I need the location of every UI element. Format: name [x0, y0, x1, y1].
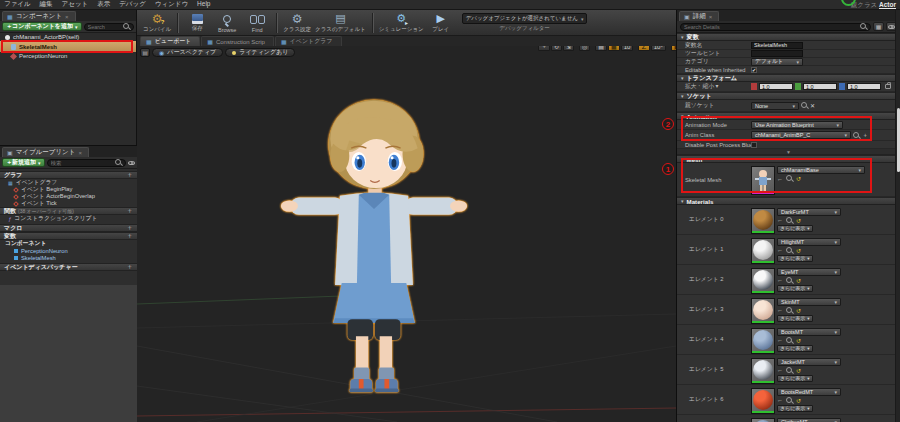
anim-class-dropdown[interactable]: chManami_AnimBP_C: [751, 131, 851, 139]
use-selected-icon[interactable]: ←: [777, 337, 783, 343]
skeletal-mesh-thumbnail[interactable]: [751, 166, 775, 195]
material-dropdown[interactable]: DarkFurMT: [777, 208, 841, 216]
reset-icon[interactable]: ↺: [796, 247, 801, 254]
editor-tab[interactable]: ▦ イベントグラフ: [275, 36, 342, 46]
clear-socket-icon[interactable]: ✕: [810, 102, 815, 109]
editor-tab[interactable]: ▦ ビューポート: [140, 36, 200, 46]
toolbar-button[interactable]: クラス設定: [283, 11, 311, 35]
material-thumbnail[interactable]: [751, 328, 775, 354]
material-more-button[interactable]: さらに表示: [777, 255, 813, 262]
dispatcher-section-header[interactable]: イベントディスパッチャー＋: [0, 263, 137, 271]
material-thumbnail[interactable]: [751, 418, 775, 422]
toolbar-button[interactable]: Browse: [214, 11, 240, 35]
scale-tool-button[interactable]: ⇲: [563, 46, 574, 51]
add-anim-icon[interactable]: ＋: [862, 131, 868, 140]
menu-item[interactable]: ウィンドウ: [155, 0, 188, 9]
debug-object-dropdown[interactable]: デバッグオブジェクトが選択されていません: [462, 13, 588, 24]
use-selected-icon[interactable]: ←: [777, 367, 783, 373]
use-selected-icon[interactable]: ←: [777, 247, 783, 253]
reset-icon[interactable]: ↺: [796, 277, 801, 284]
components-search[interactable]: [84, 23, 135, 31]
material-more-button[interactable]: さらに表示: [777, 375, 813, 382]
add-component-button[interactable]: ＋コンポーネントを追加: [2, 22, 82, 31]
move-tool-button[interactable]: ＋: [538, 46, 550, 51]
use-selected-icon[interactable]: ←: [777, 277, 783, 283]
material-more-button[interactable]: さらに表示: [777, 225, 813, 232]
material-thumbnail[interactable]: [751, 388, 775, 414]
material-more-button[interactable]: さらに表示: [777, 315, 813, 322]
my-blueprint-search-input[interactable]: [51, 160, 115, 166]
toolbar-button[interactable]: コンパイル: [143, 11, 171, 35]
surface-snap-button[interactable]: ▤: [595, 46, 607, 51]
reset-icon[interactable]: ↺: [796, 307, 801, 314]
world-local-toggle[interactable]: ◎: [579, 46, 590, 51]
browse-material-icon[interactable]: [786, 397, 793, 404]
add-new-button[interactable]: ＋新規追加: [2, 158, 45, 167]
perspective-button[interactable]: ◉ パースペクティブ: [152, 48, 223, 57]
rotation-snap-value[interactable]: 10°: [651, 46, 666, 51]
material-thumbnail[interactable]: [751, 238, 775, 264]
details-search-input[interactable]: [684, 24, 860, 30]
viewport-3d[interactable]: ▤ ◉ パースペクティブ ライティングあり ＋ ↻ ⇲ ◎ ▤ ▦ 10 ∠ 1…: [137, 46, 676, 422]
tooltip-input[interactable]: [751, 50, 803, 57]
details-search[interactable]: [680, 23, 871, 31]
browse-material-icon[interactable]: [786, 247, 793, 254]
menu-item[interactable]: 表示: [97, 0, 110, 9]
section-socket[interactable]: ソケット: [677, 92, 900, 100]
material-dropdown[interactable]: BootsMT: [777, 328, 841, 336]
viewport-options-button[interactable]: ▤: [140, 48, 150, 57]
search-socket-icon[interactable]: [801, 102, 808, 109]
editable-checkbox[interactable]: [751, 67, 757, 73]
material-dropdown[interactable]: EyeMT: [777, 268, 841, 276]
browse-material-icon[interactable]: [786, 217, 793, 224]
material-thumbnail[interactable]: [751, 298, 775, 324]
reset-icon[interactable]: ↺: [796, 337, 801, 344]
parent-socket-button[interactable]: None: [751, 102, 799, 110]
grid-snap-toggle[interactable]: ▦: [608, 46, 620, 51]
close-icon[interactable]: ×: [65, 14, 69, 20]
material-dropdown[interactable]: HilightMT: [777, 238, 841, 246]
component-variable-item[interactable]: SkeletalMesh: [0, 254, 137, 261]
components-search-input[interactable]: [88, 24, 124, 30]
menu-item[interactable]: 編集: [40, 0, 53, 9]
scale-z-field[interactable]: 1.0: [847, 83, 881, 90]
menu-item[interactable]: Help: [197, 0, 210, 9]
property-matrix-button[interactable]: ▦: [873, 22, 884, 31]
skeletal-mesh-dropdown[interactable]: chManamiBase: [777, 166, 865, 174]
grid-snap-value[interactable]: 10: [621, 46, 634, 51]
material-more-button[interactable]: さらに表示: [777, 345, 813, 352]
editor-tab[interactable]: ▦ Construction Scrip: [201, 36, 274, 46]
rotate-tool-button[interactable]: ↻: [551, 46, 562, 51]
toolbar-button[interactable]: Find: [244, 11, 270, 35]
browse-mesh-icon[interactable]: [786, 175, 793, 182]
section-animation[interactable]: Animation: [677, 112, 900, 120]
tab-components[interactable]: ▦ コンポーネント ×: [2, 11, 76, 21]
material-more-button[interactable]: さらに表示: [777, 405, 813, 412]
reset-icon[interactable]: ↺: [796, 397, 801, 404]
disable-postprocess-checkbox[interactable]: [751, 142, 757, 148]
variable-name-input[interactable]: [751, 42, 803, 49]
details-scrollbar[interactable]: [895, 10, 900, 422]
add-variable-icon[interactable]: ＋: [126, 231, 133, 241]
close-icon[interactable]: ×: [78, 150, 82, 156]
component-tree-item[interactable]: SkeletalMesh: [0, 41, 136, 52]
reset-icon[interactable]: ↺: [796, 175, 801, 182]
material-more-button[interactable]: さらに表示: [777, 285, 813, 292]
material-dropdown[interactable]: BootsRedMT: [777, 388, 841, 396]
category-dropdown[interactable]: デフォルト: [751, 58, 803, 66]
construction-script-item[interactable]: ƒ コンストラクションスクリプト: [0, 215, 137, 222]
material-dropdown[interactable]: SkinMT: [777, 298, 841, 306]
macro-section-header[interactable]: マクロ＋: [0, 224, 137, 232]
browse-anim-icon[interactable]: [853, 132, 860, 139]
lighting-button[interactable]: ライティングあり: [225, 48, 295, 57]
browse-material-icon[interactable]: [786, 337, 793, 344]
browse-material-icon[interactable]: [786, 367, 793, 374]
component-tree-item[interactable]: chManami_ActorBP(self): [0, 33, 136, 41]
material-thumbnail[interactable]: [751, 358, 775, 384]
toolbar-button[interactable]: 保存: [184, 11, 210, 35]
menu-item[interactable]: アセット: [62, 0, 89, 9]
scale-y-field[interactable]: 1.0: [803, 83, 837, 90]
animation-mode-dropdown[interactable]: Use Animation Blueprint: [751, 121, 843, 129]
close-icon[interactable]: ×: [709, 14, 713, 20]
use-selected-icon[interactable]: ←: [777, 307, 783, 313]
